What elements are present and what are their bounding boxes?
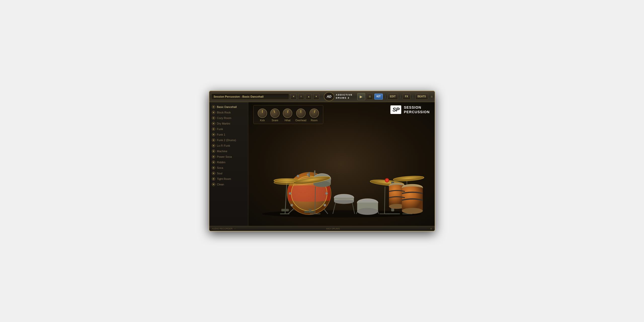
hihat-label: Hihat xyxy=(285,119,290,122)
hihat-knob-group: Hihat xyxy=(283,108,292,122)
kit-button[interactable]: KIT xyxy=(374,94,383,100)
grid-view-button[interactable]: ⊞ xyxy=(367,94,373,100)
preset-label-cozy-room: Cozy Room xyxy=(217,116,231,119)
mode-buttons: ⊞ KIT | EDIT | FX | BEATS ≡ xyxy=(367,94,433,100)
preset-play-icon-clean xyxy=(212,183,215,186)
svg-point-13 xyxy=(325,192,328,195)
preset-name-display: Session Percussion - Basic Dancehall xyxy=(211,94,289,100)
preset-play-icon-soca xyxy=(212,166,215,170)
sp-text: SESSION PERCUSSION xyxy=(404,105,430,114)
preset-play-icon-block-rock xyxy=(212,111,215,114)
overhead-knob[interactable] xyxy=(296,108,306,118)
nav-up-button[interactable]: ▲ xyxy=(306,94,312,100)
svg-point-16 xyxy=(289,192,291,195)
fx-button[interactable]: FX xyxy=(403,94,411,100)
mixer-area: Kick Snare Hihat Overhead Room xyxy=(253,105,323,124)
menu-icon[interactable]: ≡ xyxy=(431,95,433,99)
drum-kit-area xyxy=(248,122,435,226)
svg-rect-42 xyxy=(281,209,289,211)
svg-rect-36 xyxy=(309,209,311,212)
drum-kit-svg xyxy=(248,122,435,226)
svg-rect-17 xyxy=(308,172,310,177)
preset-play-icon-lo-fi-funk xyxy=(212,144,215,147)
ad-emblem: AD xyxy=(324,92,334,101)
preset-label-funk-2-drums: Funk 2 (Drums) xyxy=(217,139,236,142)
preset-item-lo-fi-funk[interactable]: Lo-Fi Funk xyxy=(209,143,248,148)
preset-label-funk: Funk xyxy=(217,128,223,131)
preset-play-icon-soul xyxy=(212,172,215,175)
list-button[interactable]: ≡ xyxy=(298,94,304,100)
preset-item-power-soca[interactable]: Power Soca xyxy=(209,154,248,159)
preset-play-icon-riddim xyxy=(212,160,215,164)
preset-item-funk[interactable]: Funk xyxy=(209,126,248,132)
svg-point-34 xyxy=(357,208,378,215)
preset-play-icon-basic-dancehall xyxy=(212,105,215,109)
svg-point-64 xyxy=(386,179,388,181)
ad-app-name: ADDICTIVE DRUMS 2 xyxy=(336,94,353,99)
sp-emblem: SP xyxy=(390,105,401,114)
hihat-knob[interactable] xyxy=(282,108,293,119)
svg-point-62 xyxy=(402,208,423,214)
preset-label-basic-dancehall: Basic Dancehall xyxy=(217,105,237,108)
preset-label-machine: Machine xyxy=(217,150,227,153)
preset-item-clean[interactable]: Clean xyxy=(209,182,248,187)
preset-item-tight-room[interactable]: Tight Room xyxy=(209,176,248,182)
preset-item-riddim[interactable]: Riddim xyxy=(209,159,248,165)
kick-knob[interactable] xyxy=(258,108,267,118)
preset-play-icon-power-soca xyxy=(212,155,215,158)
overhead-knob-group: Overhead xyxy=(295,108,306,122)
preset-play-icon-tight-room xyxy=(212,177,215,181)
overhead-label: Overhead xyxy=(295,119,306,122)
audio-recorder-label: AUDIO RECORDER → xyxy=(212,227,236,230)
header-bar: Session Percussion - Basic Dancehall ▼ ≡… xyxy=(209,91,435,102)
plugin-window: Session Percussion - Basic Dancehall ▼ ≡… xyxy=(209,91,435,231)
preset-list-sidebar: Basic DancehallBlock RockCozy RoomDry Ma… xyxy=(209,102,248,226)
filter-button[interactable]: ▼ xyxy=(291,94,297,100)
preset-item-funk-1[interactable]: Funk 1 xyxy=(209,132,248,137)
preset-label-lo-fi-funk: Lo-Fi Funk xyxy=(217,144,230,147)
midi-drums-label: MIDI DRUMS xyxy=(326,227,340,230)
svg-line-47 xyxy=(384,186,385,214)
preset-item-basic-dancehall[interactable]: Basic Dancehall xyxy=(209,104,248,110)
preset-label-tight-room: Tight Room xyxy=(217,177,231,180)
preset-label-clean: Clean xyxy=(217,183,224,186)
snare-knob[interactable] xyxy=(269,107,281,119)
bottom-icon: ⊕ xyxy=(430,227,432,230)
preset-item-cozy-room[interactable]: Cozy Room xyxy=(209,115,248,121)
room-knob[interactable] xyxy=(308,107,320,119)
preset-play-icon-funk-1 xyxy=(212,133,215,136)
preset-label-soul: Soul xyxy=(217,172,222,175)
preset-label-funk-1: Funk 1 xyxy=(217,133,225,136)
svg-point-27 xyxy=(334,199,354,204)
edit-button[interactable]: EDIT xyxy=(388,94,398,100)
kick-label: Kick xyxy=(260,119,265,122)
preset-item-funk-2-drums[interactable]: Funk 2 (Drums) xyxy=(209,137,248,143)
svg-point-15 xyxy=(291,204,293,207)
main-area: Basic DancehallBlock RockCozy RoomDry Ma… xyxy=(209,102,435,226)
room-knob-group: Room xyxy=(309,108,319,122)
kick-knob-group: Kick xyxy=(258,108,267,122)
preset-item-soul[interactable]: Soul xyxy=(209,171,248,176)
preset-item-soca[interactable]: Soca xyxy=(209,165,248,171)
preset-label-power-soca: Power Soca xyxy=(217,155,232,158)
svg-point-9 xyxy=(297,175,299,177)
main-view: Kick Snare Hihat Overhead Room xyxy=(248,102,435,226)
bottom-bar: AUDIO RECORDER → MIDI DRUMS ⊕ xyxy=(209,226,435,231)
preset-item-block-rock[interactable]: Block Rock xyxy=(209,110,248,115)
ad-logo: AD ADDICTIVE DRUMS 2 xyxy=(321,92,356,101)
preset-item-machine[interactable]: Machine xyxy=(209,148,248,154)
preset-play-icon-funk-2-drums xyxy=(212,138,215,142)
sp-logo: SP SESSION PERCUSSION xyxy=(390,105,430,114)
preset-label-riddim: Riddim xyxy=(217,161,225,164)
preset-play-icon-funk xyxy=(212,127,215,131)
preset-label-block-rock: Block Rock xyxy=(217,111,231,114)
preset-list: Basic DancehallBlock RockCozy RoomDry Ma… xyxy=(209,104,248,187)
beats-button[interactable]: BEATS xyxy=(415,94,428,100)
preset-item-dry-martini[interactable]: Dry Martini xyxy=(209,121,248,126)
snare-label: Snare xyxy=(272,119,278,122)
nav-down-button[interactable]: ▼ xyxy=(313,94,319,100)
svg-point-14 xyxy=(324,204,326,207)
snare-knob-group: Snare xyxy=(270,108,280,122)
play-button[interactable]: ▶ xyxy=(357,93,365,100)
preset-label-dry-martini: Dry Martini xyxy=(217,122,230,125)
